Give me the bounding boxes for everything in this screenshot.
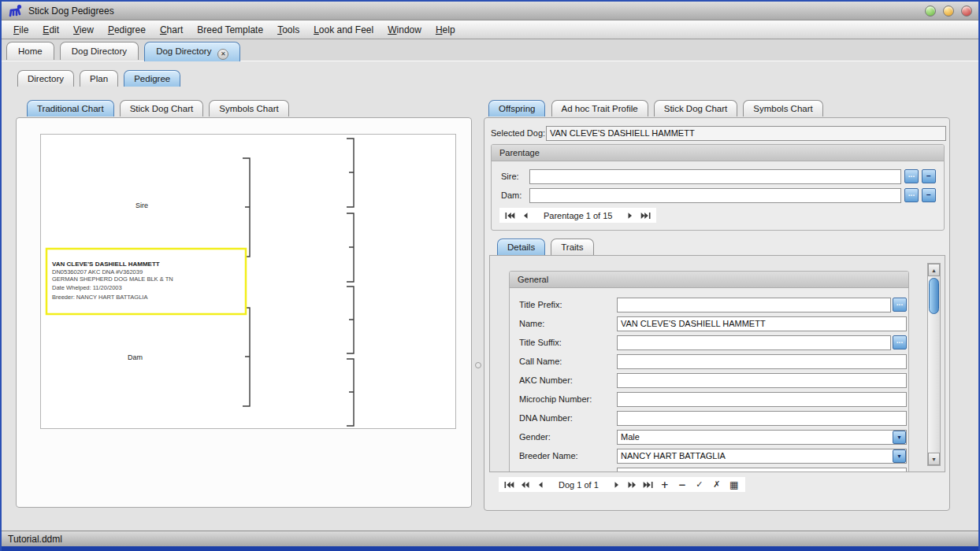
subject-registration-line: DN05360207 AKC DNA #V362039 — [52, 268, 143, 276]
tab-symbols-chart-right[interactable]: Symbols Chart — [743, 100, 822, 116]
dog-next-button[interactable] — [611, 479, 622, 490]
commit-record-button[interactable]: ✓ — [693, 479, 706, 490]
menu-bar: File Edit View Pedigree Chart Breed Temp… — [2, 20, 978, 39]
app-logo-icon — [8, 4, 22, 18]
title-prefix-label: Title Prefix: — [519, 300, 615, 309]
title-prefix-lookup-button[interactable]: ... — [893, 298, 907, 312]
parentage-next-button[interactable] — [625, 210, 636, 221]
tab-dog-directory-1-label: Dog Directory — [72, 46, 127, 56]
menu-pedigree[interactable]: Pedigree — [101, 22, 153, 38]
microchip-number-field[interactable] — [617, 392, 907, 407]
dam-remove-button[interactable]: − — [922, 188, 936, 202]
tab-plan[interactable]: Plan — [80, 70, 118, 87]
sire-lookup-button[interactable]: ... — [904, 169, 919, 183]
dog-first-button[interactable] — [503, 479, 514, 490]
name-field[interactable] — [617, 316, 907, 331]
menu-view[interactable]: View — [66, 22, 101, 38]
scroll-down-icon[interactable]: ▼ — [928, 453, 940, 465]
tab-traditional-chart[interactable]: Traditional Chart — [27, 100, 114, 116]
delete-record-button[interactable]: − — [676, 479, 689, 490]
tab-symbols-chart-left[interactable]: Symbols Chart — [209, 100, 288, 116]
parentage-last-button[interactable] — [640, 210, 651, 221]
tab-offspring[interactable]: Offspring — [488, 100, 545, 116]
breeder-dropdown-button[interactable]: ▼ — [893, 449, 906, 463]
selected-dog-label: Selected Dog: — [491, 128, 546, 138]
title-suffix-lookup-button[interactable]: ... — [893, 335, 907, 349]
tab-details[interactable]: Details — [497, 239, 545, 255]
tab-stick-dog-chart-left[interactable]: Stick Dog Chart — [120, 100, 204, 116]
window-title: Stick Dog Pedigrees — [28, 6, 114, 17]
scrollbar-thumb[interactable] — [929, 278, 939, 314]
cancel-record-button[interactable]: ✗ — [711, 479, 723, 490]
sire-field[interactable] — [529, 169, 901, 184]
sire-placeholder-label: Sire — [135, 202, 148, 209]
gender-dropdown-button[interactable]: ▼ — [893, 431, 906, 444]
close-icon[interactable]: ✕ — [217, 49, 228, 60]
title-suffix-field[interactable] — [617, 335, 891, 350]
sire-remove-button[interactable]: − — [922, 169, 936, 183]
dam-lookup-button[interactable]: ... — [904, 188, 919, 202]
menu-chart[interactable]: Chart — [153, 22, 190, 38]
general-group-header: General — [510, 272, 908, 288]
gender-field[interactable] — [617, 430, 907, 445]
dna-number-field[interactable] — [617, 411, 907, 426]
menu-file[interactable]: File — [6, 22, 35, 38]
menu-tools[interactable]: Tools — [270, 22, 306, 38]
selected-dog-field[interactable] — [546, 126, 946, 141]
menu-breed-template[interactable]: Breed Template — [190, 22, 270, 38]
dog-prev-button[interactable] — [535, 479, 546, 490]
subject-name-line: VAN CLEVE'S DASHIELL HAMMETT — [52, 261, 160, 268]
ellipsis-icon: ... — [896, 337, 903, 345]
call-name-label: Call Name: — [519, 357, 615, 366]
clipped-field[interactable] — [617, 468, 907, 473]
panel-splitter-handle[interactable] — [475, 362, 481, 368]
menu-edit[interactable]: Edit — [35, 22, 66, 38]
close-window-button[interactable] — [961, 6, 972, 17]
maximize-button[interactable] — [943, 6, 954, 17]
breeder-name-combobox[interactable]: ▼ — [617, 449, 907, 464]
tab-home[interactable]: Home — [6, 42, 54, 60]
tab-stick-dog-chart-right[interactable]: Stick Dog Chart — [654, 100, 738, 116]
tab-ad-hoc-trait-profile[interactable]: Ad hoc Trait Profile — [551, 100, 648, 116]
title-bar: Stick Dog Pedigrees — [2, 2, 978, 20]
call-name-field[interactable] — [617, 354, 907, 369]
menu-help[interactable]: Help — [429, 22, 462, 38]
tab-dog-directory-2[interactable]: Dog Directory✕ — [144, 42, 240, 64]
detail-tab-strip-outer: Offspring Ad hoc Trait Profile Stick Dog… — [488, 100, 826, 116]
title-prefix-field[interactable] — [617, 298, 891, 312]
akc-number-label: AKC Number: — [519, 375, 615, 385]
dog-detail-panel: Selected Dog: Parentage Sire: ... − Dam:… — [484, 117, 950, 511]
breeder-name-label: Breeder Name: — [519, 451, 617, 460]
details-scrollbar[interactable]: ▲ ▼ — [927, 263, 941, 466]
status-bar: Tutorial.ddml — [2, 531, 978, 546]
menu-window[interactable]: Window — [380, 22, 429, 38]
dog-last-button[interactable] — [643, 479, 654, 490]
main-content: Directory Plan Pedigree Traditional Char… — [2, 61, 978, 531]
breeder-name-field[interactable] — [617, 449, 907, 464]
minimize-button[interactable] — [925, 6, 936, 17]
parentage-prev-button[interactable] — [520, 210, 531, 221]
dog-nav-label: Dog 1 of 1 — [551, 480, 607, 490]
grid-view-button[interactable]: ▦ — [728, 479, 741, 490]
pedigree-bracket-sire — [243, 158, 250, 257]
pedigree-chart-canvas[interactable]: Sire Dam VAN CLEVE'S DASHIELL HAMMETT DN… — [40, 134, 456, 429]
tab-traits[interactable]: Traits — [551, 239, 593, 255]
menu-look-and-feel[interactable]: Look and Feel — [306, 22, 380, 38]
pedigree-chart: Sire Dam VAN CLEVE'S DASHIELL HAMMETT DN… — [41, 135, 455, 428]
tab-dog-directory-1[interactable]: Dog Directory — [60, 42, 139, 60]
add-record-button[interactable]: + — [659, 479, 671, 490]
scroll-up-icon[interactable]: ▲ — [928, 264, 940, 276]
tab-home-label: Home — [18, 46, 43, 56]
dog-rewind-button[interactable] — [519, 479, 530, 490]
tab-pedigree[interactable]: Pedigree — [124, 70, 180, 87]
dam-field[interactable] — [529, 188, 901, 203]
pedigree-bracket-grandparent-2 — [347, 213, 354, 282]
pedigree-bracket-grandparent-3 — [347, 287, 354, 353]
details-content-box: General Title Prefix: ... Name: Title Su… — [489, 255, 945, 472]
akc-number-field[interactable] — [617, 373, 907, 388]
minus-icon: − — [926, 191, 931, 199]
tab-directory[interactable]: Directory — [17, 70, 74, 87]
gender-combobox[interactable]: ▼ — [617, 430, 907, 445]
dog-forward-button[interactable] — [627, 479, 638, 490]
parentage-first-button[interactable] — [504, 210, 515, 221]
